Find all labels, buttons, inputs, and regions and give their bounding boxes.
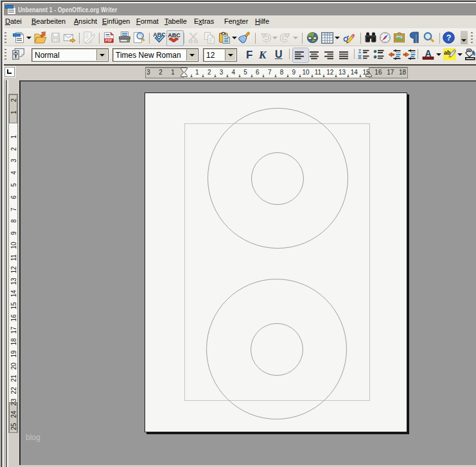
svg-text:ABC: ABC: [168, 32, 181, 39]
svg-text:?: ?: [446, 33, 452, 42]
svg-text:PDF: PDF: [105, 39, 112, 42]
